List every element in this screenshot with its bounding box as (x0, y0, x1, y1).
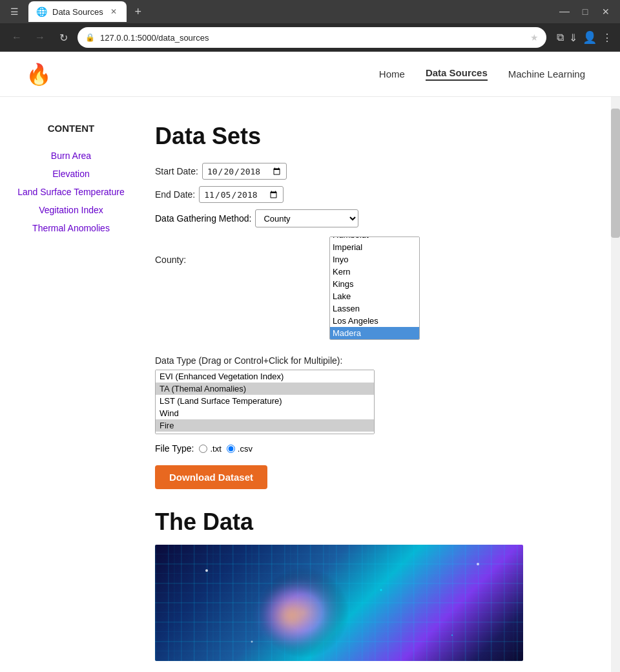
method-row: Data Gathering Method: County Region Sta… (155, 209, 594, 227)
menu-icon[interactable]: ⋮ (602, 32, 612, 44)
radio-txt-label: .txt (210, 444, 221, 454)
star-icon[interactable]: ★ (530, 32, 539, 43)
scrollbar-track (611, 52, 620, 672)
the-data-title: The Data (155, 509, 594, 536)
nav-link-data-sources[interactable]: Data Sources (426, 67, 488, 81)
data-type-label: Data Type (Drag or Control+Click for Mul… (155, 355, 594, 366)
lock-icon: 🔒 (85, 33, 95, 42)
radio-csv: .csv (227, 444, 253, 454)
start-date-label: Start Date: (155, 166, 198, 176)
radio-csv-label: .csv (238, 444, 253, 454)
end-date-row: End Date: (155, 186, 594, 203)
page-title: Data Sets (155, 123, 594, 150)
sidebar-link-burn-area[interactable]: Burn Area (0, 147, 142, 165)
scrollbar-thumb[interactable] (611, 109, 620, 238)
file-type-label: File Type: (155, 443, 194, 454)
end-date-input[interactable] (199, 186, 284, 203)
nav-links: Home Data Sources Machine Learning (379, 67, 585, 81)
county-listbox[interactable]: Humboldt Imperial Inyo Kern Kings Lake L… (329, 236, 420, 340)
data-visualization (155, 545, 523, 661)
svg-point-27 (251, 641, 253, 643)
svg-point-22 (258, 567, 349, 658)
browser-chrome: ☰ 🌐 Data Sources ✕ + — □ ✕ ← → ↻ 🔒 127.0… (0, 0, 620, 672)
sidebar-link-thermal[interactable]: Thermal Anomolies (0, 219, 142, 237)
tab-favicon: 🌐 (36, 6, 47, 17)
maximize-btn[interactable]: □ (576, 3, 594, 21)
page-content: 🔥 Home Data Sources Machine Learning CON… (0, 52, 620, 672)
county-row: Humboldt Imperial Inyo Kern Kings Lake L… (155, 236, 594, 340)
download-icon[interactable]: ⇓ (569, 32, 577, 44)
nav-logo: 🔥 (26, 64, 52, 85)
radio-txt-input[interactable] (199, 445, 207, 453)
sidebar-link-veg[interactable]: Vegitation Index (0, 201, 142, 219)
data-svg (155, 545, 523, 661)
sidebar-title: CONTENT (0, 123, 142, 134)
download-btn[interactable]: Download Dataset (155, 465, 267, 489)
file-type-row: File Type: .txt .csv (155, 443, 594, 454)
end-date-label: End Date: (155, 189, 195, 200)
data-type-section: Data Type (Drag or Control+Click for Mul… (155, 355, 594, 434)
tab-toggle-btn[interactable]: ☰ (5, 3, 23, 21)
profile-icon[interactable]: 👤 (583, 30, 597, 45)
data-type-listbox[interactable]: EVI (Enhanced Vegetation Index) TA (Them… (155, 370, 375, 434)
tab-close-btn[interactable]: ✕ (108, 6, 119, 17)
sidebar-link-lst[interactable]: Land Surface Temperature (0, 183, 142, 201)
window-controls: — □ ✕ (555, 3, 615, 21)
close-btn[interactable]: ✕ (597, 3, 615, 21)
address-bar: ← → ↻ 🔒 127.0.0.1:5000/data_sources ★ ⧉ … (0, 23, 620, 52)
url-actions: ⧉ ⇓ 👤 ⋮ (557, 30, 612, 45)
active-tab[interactable]: 🌐 Data Sources ✕ (28, 1, 127, 22)
tab-bar: ☰ 🌐 Data Sources ✕ + — □ ✕ (0, 0, 620, 23)
reload-btn[interactable]: ↻ (54, 28, 72, 47)
navbar: 🔥 Home Data Sources Machine Learning (0, 52, 620, 97)
nav-link-home[interactable]: Home (379, 68, 405, 79)
main-content: CONTENT Burn Area Elevation Land Surface… (0, 97, 620, 672)
tab-title: Data Sources (52, 7, 103, 17)
url-text: 127.0.0.1:5000/data_sources (100, 33, 525, 43)
svg-point-26 (451, 635, 453, 636)
method-select[interactable]: County Region State (255, 209, 358, 227)
minimize-btn[interactable]: — (555, 3, 574, 21)
start-date-input[interactable] (202, 163, 287, 180)
new-tab-btn[interactable]: + (129, 3, 147, 21)
sidebar: CONTENT Burn Area Elevation Land Surface… (0, 110, 142, 672)
svg-point-25 (477, 563, 479, 565)
county-label-text: County: (155, 253, 186, 265)
extensions-icon[interactable]: ⧉ (557, 32, 564, 43)
start-date-row: Start Date: (155, 163, 594, 180)
forward-btn[interactable]: → (31, 28, 49, 47)
svg-point-24 (380, 589, 382, 591)
url-bar[interactable]: 🔒 127.0.0.1:5000/data_sources ★ (78, 27, 546, 48)
method-label: Data Gathering Method: (155, 213, 251, 224)
sidebar-link-elevation[interactable]: Elevation (0, 165, 142, 183)
flame-icon: 🔥 (26, 64, 52, 85)
radio-txt: .txt (199, 444, 221, 454)
svg-point-23 (205, 569, 208, 572)
page-body: Data Sets Start Date: End Date: Data Gat… (142, 110, 620, 672)
nav-link-ml[interactable]: Machine Learning (508, 68, 585, 79)
radio-csv-input[interactable] (227, 445, 235, 453)
back-btn[interactable]: ← (8, 28, 26, 47)
